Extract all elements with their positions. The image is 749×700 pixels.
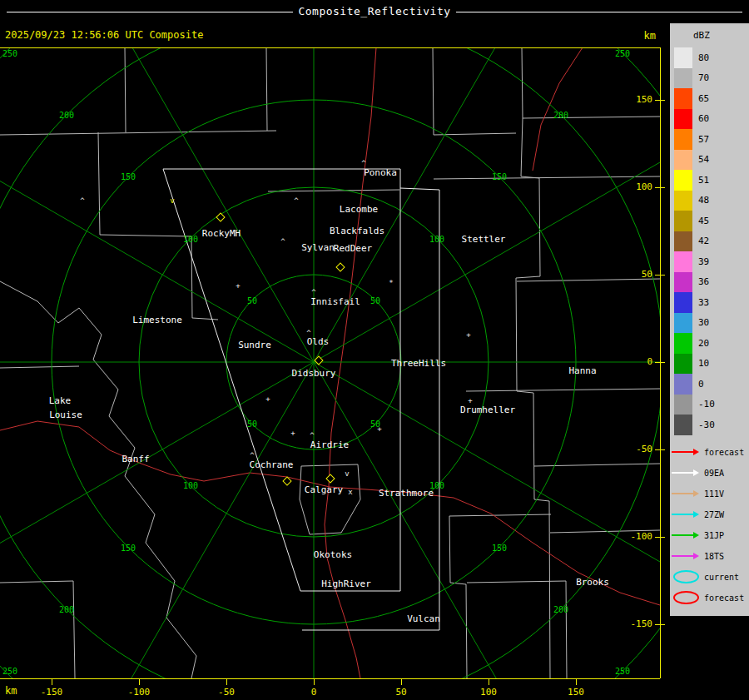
colorbar-row: 60 [670,109,749,130]
legend-ellipse-icon [672,591,702,604]
arrow-shaft [672,451,693,453]
y-tick-label: -100 [619,531,652,542]
colorbar-value: 48 [698,195,709,206]
legend-row-27ZW: 27ZW [670,504,749,525]
city-label-olds: Olds [307,336,330,347]
radar-map-canvas[interactable] [0,0,749,700]
x-tick-label: 150 [558,687,594,698]
colorbar-swatch [674,354,692,375]
ring-distance-label: 100 [183,481,198,490]
colorbar-swatch [674,88,692,109]
x-tick-mark [139,679,140,685]
colorbar-value: 42 [698,236,709,246]
colorbar-row: 57 [670,129,749,150]
ring-distance-label: 250 [2,49,17,58]
colorbar-swatch [674,191,692,211]
colorbar-swatch [674,47,692,68]
x-tick-mark [576,679,577,685]
legend-arrow-icon [672,449,702,455]
y-tick-mark [655,100,665,101]
city-label-sylvan: Sylvan [301,242,335,253]
ring-distance-label: 150 [121,172,136,181]
y-tick-label: 100 [619,181,652,192]
city-label-banff: Banff [122,454,149,464]
arrow-head [693,511,699,518]
city-label-limestone: Limestone [132,315,182,325]
legend-row-current: current [670,567,749,588]
city-label-okotoks: Okotoks [314,549,352,560]
colorbar-title: dBZ [670,23,749,47]
colorbar-swatch [674,211,692,231]
city-label-blackfalds: Blackfalds [330,226,384,236]
x-tick-mark [314,679,315,685]
city-label-vulcan: Vulcan [407,613,440,624]
colorbar-value: 51 [698,175,709,186]
colorbar-swatch [674,170,692,191]
colorbar-row: 54 [670,150,749,171]
colorbar-row: 20 [670,333,749,354]
y-tick-mark [655,362,665,363]
range-rings [0,0,749,700]
colorbar-row: 51 [670,170,749,191]
ring-distance-label: 100 [429,235,444,244]
legend-label: 111V [704,489,724,499]
station-point-marker: ^ [310,431,314,439]
ring-distance-label: 200 [59,111,74,120]
arrow-head [693,449,699,455]
colorbar-value: 36 [698,276,709,287]
colorbar-swatch [674,313,692,334]
legend-arrow-icon [672,469,702,476]
symbol-legend: forecast09EA111V27ZW31JP18TScurrentforec… [670,442,749,608]
legend-label: 09EA [704,469,724,478]
station-point-marker: x [348,488,352,496]
ring-distance-label: 250 [615,667,630,676]
colorbar-value: 57 [698,134,709,145]
colorbar-row: 48 [670,191,749,211]
arrow-head [693,490,699,497]
colorbar-row: 65 [670,88,749,109]
ring-distance-label: 150 [492,544,507,553]
city-label-lacombe: Lacombe [340,204,378,215]
city-label-threehills: ThreeHills [391,358,446,369]
city-label-ponoka: Ponoka [364,167,397,178]
colorbar-value: 33 [698,297,709,308]
colorbar-value: 39 [698,256,709,267]
colorbar-row: 30 [670,313,749,334]
legend-row-09EA: 09EA [670,463,749,484]
station-point-marker: + [468,396,472,405]
city-label-hanna: Hanna [568,365,596,376]
ring-distance-label: 100 [183,235,198,244]
yellow-arrow-marker: v [170,196,174,205]
station-point-marker: ^ [280,237,285,246]
colorbar-value: 10 [698,358,709,369]
colorbar-swatch [674,68,692,89]
y-tick-label: -150 [619,618,652,629]
colorbar-swatch [674,395,692,415]
city-label-lake: Lake [49,395,72,406]
colorbar-row: 33 [670,292,749,313]
colorbar-row: 10 [670,354,749,375]
legend-row-forecast: forecast [670,442,749,463]
y-tick-label: 50 [619,269,652,280]
x-tick-label: 50 [383,687,419,698]
legend-label: 31JP [704,531,724,540]
y-tick-mark [655,537,665,538]
station-point-marker: + [236,281,240,290]
colorbar-row: 39 [670,251,749,272]
y-tick-label: -50 [619,444,652,454]
legend-label: current [704,573,739,582]
ring-distance-label: 250 [615,49,630,58]
colorbar-swatch [674,333,692,354]
colorbar-swatch [674,109,692,130]
colorbar-value: 80 [698,52,709,63]
arrow-shaft [672,534,693,536]
city-label-calgary: Calgary [305,484,343,495]
colorbar-value: -10 [698,399,715,410]
y-tick-mark [655,449,665,450]
city-label-airdrie: Airdrie [310,439,349,450]
colorbar-value: -30 [698,420,715,430]
colorbar-row: -30 [670,415,749,435]
ring-distance-label: 50 [247,296,257,305]
city-label-cochrane: Cochrane [250,459,294,470]
colorbar: 807065605754514845423936333020100-10-30 [670,47,749,435]
